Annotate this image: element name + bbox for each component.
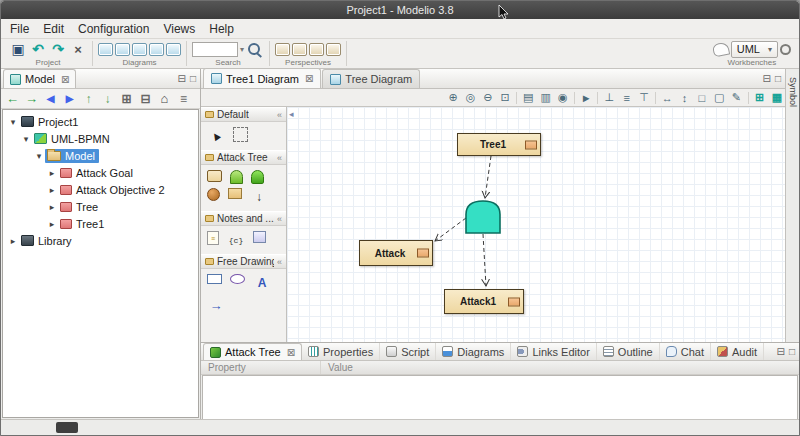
- menu-item-edit[interactable]: Edit: [36, 20, 71, 38]
- diagram-canvas[interactable]: ◂ Tree1AttackAttack1: [287, 107, 785, 342]
- select-arrow-tool[interactable]: [207, 127, 225, 145]
- expand-all-icon[interactable]: ⊞: [117, 91, 136, 107]
- linked-view-icon[interactable]: ≡: [174, 91, 193, 107]
- diagram-node-attack[interactable]: Attack: [359, 240, 433, 266]
- bottom-tab-chat[interactable]: Chat: [660, 343, 711, 360]
- menu-item-views[interactable]: Views: [156, 20, 202, 38]
- screenshot-icon[interactable]: ◉: [555, 90, 571, 105]
- zoom-original-icon[interactable]: ◎: [462, 90, 478, 105]
- redo-icon[interactable]: ↷: [49, 41, 67, 58]
- workbench-selector[interactable]: UML ▾: [731, 41, 778, 58]
- palette-section-notes-and[interactable]: Notes and ...«: [201, 211, 286, 226]
- note-tool[interactable]: [207, 231, 219, 245]
- bottom-tab-script[interactable]: Script: [380, 343, 436, 360]
- zoom-out-icon[interactable]: ⊖: [480, 90, 496, 105]
- show-grid-icon[interactable]: ⊞: [752, 90, 768, 105]
- tree-node-tool[interactable]: [207, 170, 222, 182]
- diagram-edge[interactable]: [435, 218, 466, 241]
- menu-item-help[interactable]: Help: [202, 20, 241, 38]
- use-case-diagram-icon[interactable]: [132, 43, 147, 56]
- link-perspective-icon[interactable]: [292, 43, 307, 56]
- same-height-icon[interactable]: ▢: [711, 90, 727, 105]
- expander-collapsed-icon[interactable]: ▸: [7, 236, 19, 246]
- print-icon[interactable]: ▥: [537, 90, 553, 105]
- tree-item-project1[interactable]: ▾Project1: [3, 113, 198, 130]
- bottom-tab-attack-tree[interactable]: Attack Tree⊠: [203, 343, 302, 360]
- model-perspective-icon[interactable]: [275, 43, 290, 56]
- expander-collapsed-icon[interactable]: ▸: [46, 185, 58, 195]
- window-perspective-icon[interactable]: [326, 43, 341, 56]
- transfer-arrow-tool[interactable]: [250, 188, 268, 206]
- menu-item-file[interactable]: File: [3, 20, 36, 38]
- minimize-icon[interactable]: ⊟: [763, 73, 771, 84]
- maximize-icon[interactable]: □: [775, 73, 781, 84]
- expander-collapsed-icon[interactable]: ▸: [46, 202, 58, 212]
- expander-collapsed-icon[interactable]: ▸: [46, 219, 58, 229]
- bottom-tab-diagrams[interactable]: Diagrams: [436, 343, 511, 360]
- titlebar[interactable]: Project1 - Modelio 3.8: [1, 1, 799, 19]
- bottom-tab-audit[interactable]: Audit: [711, 343, 764, 360]
- minimize-icon[interactable]: ⊟: [777, 346, 785, 357]
- diagram-edge[interactable]: [483, 234, 486, 286]
- palette-section-default[interactable]: Default«: [201, 107, 286, 122]
- bottom-tab-outline[interactable]: Outline: [597, 343, 660, 360]
- tree-item-attack-goal[interactable]: ▸Attack Goal: [3, 164, 198, 181]
- ellipse-tool[interactable]: [230, 274, 245, 284]
- text-tool[interactable]: [253, 274, 271, 292]
- and-gate-tool[interactable]: [230, 170, 243, 184]
- align-middle-icon[interactable]: ≡: [619, 90, 635, 105]
- search-input[interactable]: [192, 42, 238, 57]
- zoom-fit-icon[interactable]: ⊡: [497, 90, 513, 105]
- undo-icon[interactable]: ↶: [29, 41, 47, 58]
- save-icon[interactable]: ▣: [9, 41, 27, 58]
- jump-forward-icon[interactable]: ▶: [60, 91, 79, 107]
- palette-section-attack-tree[interactable]: Attack Tree«: [201, 150, 286, 165]
- zoom-in-icon[interactable]: ⊕: [445, 90, 461, 105]
- editor-tab-tree-diagram[interactable]: Tree Diagram: [322, 69, 420, 88]
- tree-item-library[interactable]: ▸Library: [3, 232, 198, 249]
- model-panel-tab[interactable]: Model ⊠: [3, 69, 76, 88]
- editor-tab-tree1-diagram[interactable]: Tree1 Diagram⊠: [203, 68, 321, 88]
- rectangle-tool[interactable]: [207, 274, 222, 284]
- align-top-icon[interactable]: ⊤: [636, 90, 652, 105]
- bottom-tab-properties[interactable]: Properties: [302, 343, 380, 360]
- jump-back-icon[interactable]: ◀: [41, 91, 60, 107]
- tree-item-tree1[interactable]: ▸Tree1: [3, 215, 198, 232]
- tree-item-uml-bpmn[interactable]: ▾UML-BPMN: [3, 130, 198, 147]
- maximize-icon[interactable]: □: [789, 346, 795, 357]
- back-icon[interactable]: ←: [3, 91, 22, 107]
- bpmn-diagram-icon[interactable]: [166, 43, 181, 56]
- expander-collapsed-icon[interactable]: ▸: [46, 168, 58, 178]
- diagram-node-attack1[interactable]: Attack1: [444, 289, 524, 314]
- tree-item-attack-objective-2[interactable]: ▸Attack Objective 2: [3, 181, 198, 198]
- close-icon[interactable]: ⊠: [305, 73, 313, 84]
- minimize-icon[interactable]: ⊟: [178, 73, 186, 84]
- external-document-tool[interactable]: [253, 231, 266, 243]
- maximize-icon[interactable]: □: [190, 73, 196, 84]
- status-notification-chip[interactable]: [56, 422, 78, 433]
- select-mode-icon[interactable]: ►: [578, 90, 594, 105]
- asset-node-tool[interactable]: [228, 188, 242, 199]
- symbol-side-tab[interactable]: Symbol: [785, 69, 799, 342]
- constraint-tool[interactable]: [227, 231, 245, 249]
- bottom-tab-links-editor[interactable]: Links Editor: [511, 343, 596, 360]
- close-icon[interactable]: ⊠: [287, 347, 295, 358]
- expander-expanded-icon[interactable]: ▾: [33, 151, 45, 161]
- down-icon[interactable]: ↓: [98, 91, 117, 107]
- marquee-select-tool[interactable]: [233, 127, 248, 142]
- forward-icon[interactable]: →: [22, 91, 41, 107]
- menu-item-configuration[interactable]: Configuration: [71, 20, 156, 38]
- snap-to-grid-icon[interactable]: ▦: [769, 90, 785, 105]
- palette-section-free-drawing[interactable]: Free Drawing«: [201, 254, 286, 269]
- close-icon[interactable]: ⊠: [61, 74, 69, 85]
- class-diagram-icon[interactable]: [115, 43, 130, 56]
- line-arrow-tool[interactable]: [207, 296, 225, 314]
- distribute-horizontal-icon[interactable]: ↔: [659, 90, 675, 105]
- same-width-icon[interactable]: □: [694, 90, 710, 105]
- align-bottom-icon[interactable]: ⊥: [601, 90, 617, 105]
- diagram-node-tree1[interactable]: Tree1: [457, 133, 541, 156]
- diagram-list-icon[interactable]: [98, 43, 113, 56]
- model-tree[interactable]: ▾Project1▾UML-BPMN▾Model▸Attack Goal▸Att…: [2, 109, 199, 418]
- and-gate-node[interactable]: [466, 201, 500, 233]
- edit-properties-icon[interactable]: ✎: [728, 90, 744, 105]
